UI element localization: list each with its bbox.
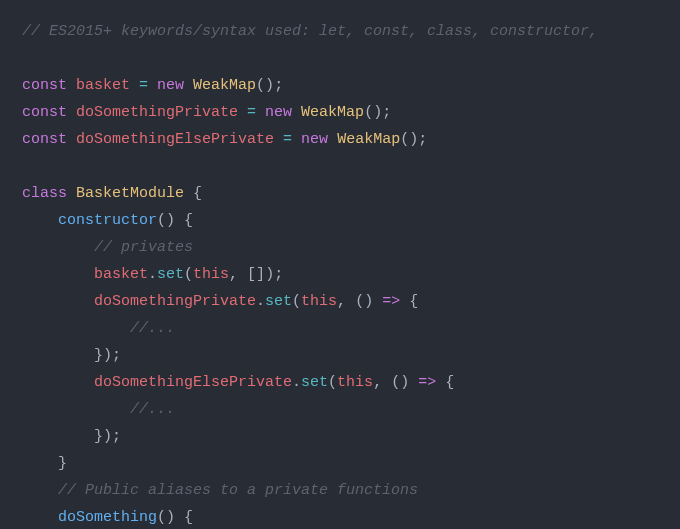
comment-text: //... [130, 401, 175, 418]
semicolon: ; [382, 104, 391, 121]
open-brace: { [184, 212, 193, 229]
dot: . [292, 374, 301, 391]
code-line: doSomething() { [22, 504, 658, 529]
code-line: // privates [22, 234, 658, 261]
keyword-new: new [301, 131, 328, 148]
code-line: doSomethingElsePrivate.set(this, () => { [22, 369, 658, 396]
this-keyword: this [301, 293, 337, 310]
code-line: const doSomethingPrivate = new WeakMap()… [22, 99, 658, 126]
parens: () [400, 131, 418, 148]
open-brace: { [409, 293, 418, 310]
object-name: doSomethingPrivate [94, 293, 256, 310]
variable-name: doSomethingPrivate [76, 104, 238, 121]
keyword-new: new [265, 104, 292, 121]
variable-name: doSomethingElsePrivate [76, 131, 274, 148]
code-line: }); [22, 342, 658, 369]
class-name: WeakMap [193, 77, 256, 94]
comma: , [337, 293, 355, 310]
code-line: //... [22, 315, 658, 342]
parens: () [355, 293, 373, 310]
empty-array: [] [247, 266, 265, 283]
parens: () [157, 212, 175, 229]
parens: () [364, 104, 382, 121]
code-line: // Public aliases to a private functions [22, 477, 658, 504]
comment-text: // ES2015+ keywords/syntax used: let, co… [22, 23, 598, 40]
method-set: set [265, 293, 292, 310]
keyword-const: const [22, 104, 67, 121]
comma: , [373, 374, 391, 391]
open-brace: { [193, 185, 202, 202]
equals-op: = [238, 104, 265, 121]
object-name: doSomethingElsePrivate [94, 374, 292, 391]
parens: () [157, 509, 175, 526]
keyword-class: class [22, 185, 67, 202]
class-name: BasketModule [76, 185, 184, 202]
dot: . [148, 266, 157, 283]
this-keyword: this [337, 374, 373, 391]
parens: () [256, 77, 274, 94]
this-keyword: this [193, 266, 229, 283]
class-name: WeakMap [337, 131, 400, 148]
code-line [22, 153, 658, 180]
code-block: // ES2015+ keywords/syntax used: let, co… [22, 18, 658, 529]
comma: , [229, 266, 247, 283]
close-arrow: }); [94, 428, 121, 445]
code-line: }); [22, 423, 658, 450]
code-line [22, 45, 658, 72]
code-line: } [22, 450, 658, 477]
open-paren: ( [328, 374, 337, 391]
parens: () [391, 374, 409, 391]
close-arrow: }); [94, 347, 121, 364]
code-line: //... [22, 396, 658, 423]
open-paren: ( [292, 293, 301, 310]
dot: . [256, 293, 265, 310]
code-line: const basket = new WeakMap(); [22, 72, 658, 99]
constructor-keyword: constructor [58, 212, 157, 229]
keyword-new: new [157, 77, 184, 94]
semicolon: ; [274, 77, 283, 94]
class-name: WeakMap [301, 104, 364, 121]
code-line: const doSomethingElsePrivate = new WeakM… [22, 126, 658, 153]
open-brace: { [445, 374, 454, 391]
arrow-op: => [418, 374, 436, 391]
method-name: doSomething [58, 509, 157, 526]
code-line: constructor() { [22, 207, 658, 234]
keyword-const: const [22, 77, 67, 94]
open-brace: { [184, 509, 193, 526]
close-paren: ) [265, 266, 274, 283]
open-paren: ( [184, 266, 193, 283]
comment-text: //... [130, 320, 175, 337]
close-brace: } [58, 455, 67, 472]
equals-op: = [130, 77, 157, 94]
semicolon: ; [274, 266, 283, 283]
variable-name: basket [76, 77, 130, 94]
comment-text: // privates [94, 239, 193, 256]
method-set: set [157, 266, 184, 283]
semicolon: ; [418, 131, 427, 148]
keyword-const: const [22, 131, 67, 148]
method-set: set [301, 374, 328, 391]
code-line: doSomethingPrivate.set(this, () => { [22, 288, 658, 315]
arrow-op: => [382, 293, 400, 310]
comment-text: // Public aliases to a private functions [58, 482, 418, 499]
code-line: class BasketModule { [22, 180, 658, 207]
object-name: basket [94, 266, 148, 283]
code-line: // ES2015+ keywords/syntax used: let, co… [22, 18, 658, 45]
code-line: basket.set(this, []); [22, 261, 658, 288]
equals-op: = [274, 131, 301, 148]
